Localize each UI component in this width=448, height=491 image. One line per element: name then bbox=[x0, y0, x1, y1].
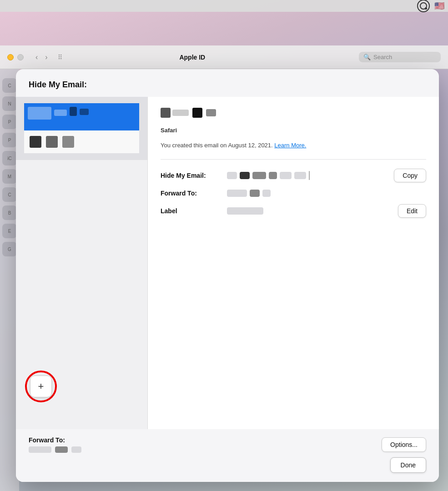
footer-bottom-row: Done bbox=[29, 457, 426, 473]
modal-header: Hide My Email: bbox=[16, 69, 439, 97]
app-preview bbox=[24, 103, 139, 153]
add-button-container: + bbox=[25, 371, 57, 402]
label-blur-1 bbox=[227, 207, 263, 215]
sidebar-item-b[interactable]: B bbox=[2, 205, 17, 220]
preview-block-4 bbox=[80, 109, 89, 115]
footer-blur-1 bbox=[29, 446, 51, 453]
preview-block-2 bbox=[54, 110, 67, 116]
sidebar-item-ic[interactable]: iC bbox=[2, 151, 17, 165]
footer-section: Forward To: bbox=[29, 436, 81, 453]
radar-dot bbox=[425, 7, 427, 10]
app-block-4 bbox=[206, 109, 216, 116]
detail-created-text: You created this email on August 12, 202… bbox=[161, 141, 426, 150]
hide-my-email-row: Hide My Email: Copy bbox=[161, 169, 426, 182]
email-blur-2 bbox=[240, 172, 250, 179]
traffic-lights bbox=[7, 54, 24, 60]
search-icon: 🔍 bbox=[363, 54, 371, 60]
footer-forward-value bbox=[29, 446, 81, 453]
app-block-1 bbox=[161, 108, 171, 118]
forward-to-label: Forward To: bbox=[161, 190, 220, 197]
forward-blur-1 bbox=[227, 190, 247, 197]
preview-dark-2 bbox=[46, 136, 58, 148]
detail-divider-1 bbox=[161, 159, 426, 160]
forward-to-value bbox=[227, 190, 426, 197]
learn-more-link[interactable]: Learn More. bbox=[274, 142, 306, 149]
preview-block-1 bbox=[28, 107, 51, 120]
email-list-panel: Safari You created this email on August … bbox=[16, 97, 439, 429]
email-list-item-safari[interactable] bbox=[16, 97, 147, 160]
email-blur-6 bbox=[294, 172, 306, 179]
app-icon-blocks bbox=[161, 108, 216, 118]
app-block-2 bbox=[172, 110, 189, 116]
done-button[interactable]: Done bbox=[390, 457, 426, 473]
sidebar-item-p1[interactable]: P bbox=[2, 115, 17, 129]
app-block-3 bbox=[192, 108, 202, 118]
forward-blur-3 bbox=[262, 190, 271, 197]
sidebar-item-e[interactable]: E bbox=[2, 224, 17, 238]
app-preview-bottom bbox=[24, 130, 139, 153]
footer-forward-row: Forward To: Options... bbox=[29, 436, 426, 453]
titlebar: ‹ › ⠿ Apple ID 🔍 Search bbox=[0, 45, 448, 69]
label-value bbox=[227, 207, 391, 215]
sidebar-item-c[interactable]: C bbox=[2, 78, 17, 93]
menu-bar: 🇺🇸 bbox=[0, 0, 448, 12]
email-blur-3 bbox=[252, 172, 266, 179]
preview-block-3 bbox=[70, 107, 77, 116]
edit-button[interactable]: Edit bbox=[398, 204, 426, 218]
modal-dialog: Hide My Email: bbox=[16, 69, 439, 482]
detail-panel: Safari You created this email on August … bbox=[148, 97, 439, 429]
email-blur-1 bbox=[227, 172, 237, 179]
red-circle-annotation: + bbox=[25, 371, 57, 402]
search-label: Search bbox=[373, 54, 392, 60]
copy-button[interactable]: Copy bbox=[394, 169, 426, 182]
forward-to-row: Forward To: bbox=[161, 190, 426, 197]
hide-my-email-value bbox=[227, 171, 387, 180]
detail-app-name: Safari bbox=[161, 127, 426, 134]
flag-icon: 🇺🇸 bbox=[434, 1, 444, 11]
sidebar-item-n[interactable]: N bbox=[2, 96, 17, 111]
detail-app-header bbox=[161, 108, 426, 118]
preview-dark-1 bbox=[30, 136, 41, 148]
label-label: Label bbox=[161, 207, 220, 215]
modal-body: Safari You created this email on August … bbox=[16, 97, 439, 429]
email-blur-5 bbox=[280, 172, 292, 179]
menu-bar-right: 🇺🇸 bbox=[417, 0, 444, 12]
forward-blur-2 bbox=[250, 190, 260, 197]
label-row: Label Edit bbox=[161, 204, 426, 218]
traffic-light-yellow[interactable] bbox=[7, 54, 14, 60]
add-email-button[interactable]: + bbox=[30, 376, 52, 397]
radar-icon bbox=[417, 0, 430, 12]
email-cursor bbox=[309, 171, 310, 180]
hide-my-email-label: Hide My Email: bbox=[161, 172, 220, 179]
radar-inner-ring bbox=[420, 2, 427, 10]
sidebar-item-g[interactable]: G bbox=[2, 242, 17, 256]
page-title: Apple ID bbox=[26, 54, 359, 61]
preview-dark-3 bbox=[62, 136, 74, 148]
sidebar-item-c2[interactable]: C bbox=[2, 187, 17, 202]
app-preview-top bbox=[24, 103, 139, 130]
sidebar-item-p2[interactable]: P bbox=[2, 133, 17, 147]
footer-forward-label: Forward To: bbox=[29, 436, 81, 444]
modal-footer: Forward To: Options... Done bbox=[16, 429, 439, 482]
created-text-content: You created this email on August 12, 202… bbox=[161, 142, 273, 149]
footer-blur-3 bbox=[71, 446, 81, 453]
sidebar-item-m[interactable]: M bbox=[2, 169, 17, 184]
footer-blur-2 bbox=[55, 446, 68, 453]
traffic-light-green[interactable] bbox=[17, 54, 24, 60]
email-blur-4 bbox=[269, 172, 277, 179]
search-box[interactable]: 🔍 Search bbox=[359, 52, 441, 62]
options-button[interactable]: Options... bbox=[382, 437, 426, 452]
